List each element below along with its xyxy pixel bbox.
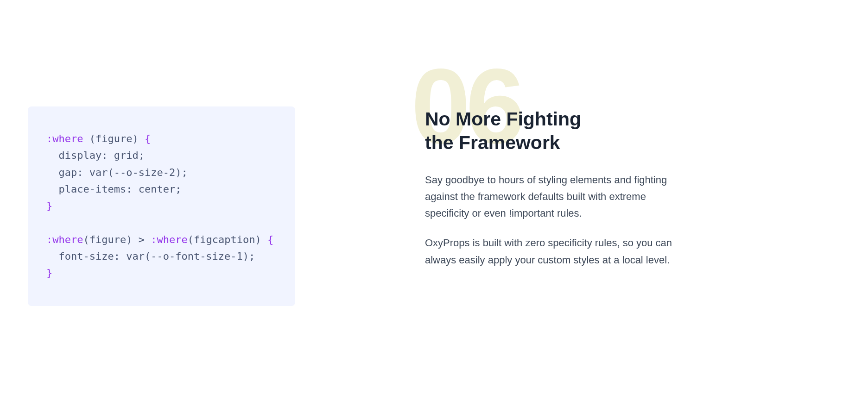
code-token: >	[132, 234, 151, 245]
code-token: font-size: var(--o-font-size-1);	[46, 250, 255, 262]
code-token: (	[83, 234, 89, 245]
code-example: :where (figure) { display: grid; gap: va…	[28, 106, 295, 306]
section-paragraph: OxyProps is built with zero specificity …	[425, 235, 684, 268]
code-token: :where	[46, 133, 89, 144]
heading-line: the Framework	[425, 132, 560, 153]
code-token: :where	[151, 234, 187, 245]
code-token: display: grid;	[46, 150, 145, 161]
code-token: }	[46, 200, 52, 212]
text-column: 06 No More Fighting the Framework Say go…	[425, 56, 684, 281]
code-token: )	[255, 234, 261, 245]
heading-line: No More Fighting	[425, 108, 581, 130]
code-token: }	[46, 267, 52, 279]
feature-section: :where (figure) { display: grid; gap: va…	[0, 0, 868, 306]
code-token: {	[261, 234, 274, 245]
code-token: gap: var(--o-size-2);	[46, 167, 188, 178]
code-token: {	[139, 133, 151, 144]
section-paragraph: Say goodbye to hours of styling elements…	[425, 172, 684, 222]
section-heading: No More Fighting the Framework	[425, 107, 684, 155]
code-token: :where	[46, 234, 83, 245]
code-token: figure	[95, 133, 132, 144]
code-token: )	[126, 234, 132, 245]
code-token: figure	[89, 234, 126, 245]
code-token: (	[188, 234, 194, 245]
code-token: )	[132, 133, 138, 144]
code-token: place-items: center;	[46, 183, 181, 195]
code-token: figcaption	[194, 234, 255, 245]
code-token: (	[89, 133, 95, 144]
